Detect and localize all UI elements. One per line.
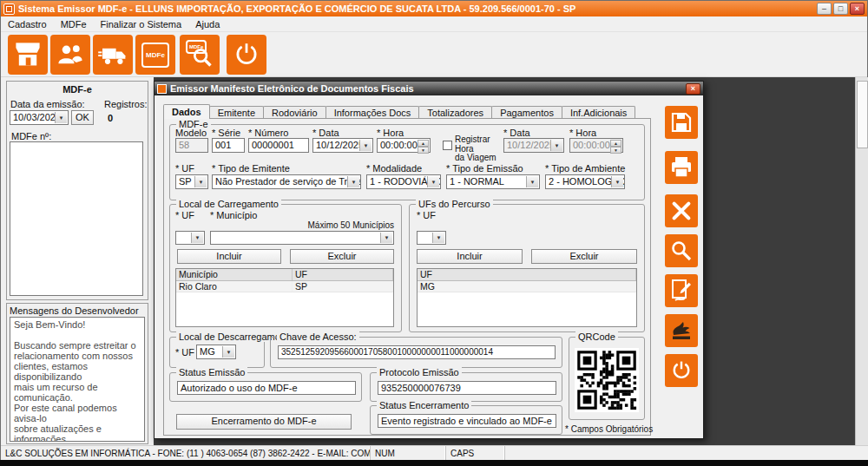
mdfe-search-icon (185, 40, 214, 69)
carregamento-incluir-button[interactable]: Incluir (177, 249, 281, 264)
percurso-excluir-button[interactable]: Excluir (531, 249, 637, 264)
mdfe-list-panel: MDF-e Data da emissão: Registros: 10/03/… (6, 81, 148, 300)
tab-inf-adicionais[interactable]: Inf.Adicionais (562, 106, 635, 118)
municipios-table[interactable]: Município UF Rio Claro SP (175, 268, 394, 327)
cancel-button[interactable] (665, 194, 698, 227)
main-toolbar: MDFe MDFe (1, 32, 867, 77)
menu-mdfe[interactable]: MDFe (54, 17, 94, 31)
tipo-emitente-combo[interactable]: Não Prestador de serviço de Trans▼ (212, 174, 361, 189)
hora-viagem-spinner: 00:00:00 ▲▼ (569, 138, 623, 153)
power-icon (233, 41, 260, 69)
x-icon (670, 200, 693, 222)
tab-informacoes-docs[interactable]: Informações Docs (326, 106, 420, 118)
chave-groupbox: Chave de Acesso: 35251259209566000170580… (270, 337, 562, 368)
mdfe-number-listbox[interactable] (10, 141, 143, 296)
chave-title: Chave de Acesso: (277, 331, 359, 342)
status-encerramento-value: Evento registrado e vinculado ao MDF-e (378, 415, 556, 427)
hora-spinner[interactable]: 00:00:00 ▲▼ (377, 138, 431, 153)
numero-field[interactable]: 00000001 (248, 138, 309, 153)
dropdown-arrow-icon[interactable]: ▼ (347, 176, 359, 187)
dropdown-arrow-icon[interactable]: ▼ (222, 346, 234, 358)
spinner-arrows[interactable]: ▲▼ (418, 140, 429, 151)
dropdown-arrow-icon[interactable]: ▼ (194, 176, 207, 187)
percurso-uf-combo[interactable]: ▼ (417, 231, 446, 245)
tipo-emissao-combo[interactable]: 1 - NORMAL▼ (446, 174, 540, 189)
menu-ajuda[interactable]: Ajuda (188, 17, 227, 31)
registrar-hora-checkbox[interactable] (443, 141, 452, 150)
table-row[interactable]: Rio Claro SP (176, 281, 393, 292)
tab-dados[interactable]: Dados (163, 104, 210, 119)
print-button[interactable] (665, 151, 698, 184)
modalidade-combo[interactable]: 1 - RODOVIÁRIO▼ (366, 174, 441, 189)
carregamento-excluir-button[interactable]: Excluir (290, 249, 394, 264)
municipio-combo[interactable]: ▼ (210, 231, 394, 245)
descarregamento-uf-combo[interactable]: MG▼ (196, 345, 236, 359)
dropdown-arrow-icon[interactable]: ▼ (427, 176, 439, 187)
save-button[interactable] (665, 106, 698, 139)
uf-combo[interactable]: SP▼ (175, 174, 208, 189)
spinner-down-icon: ▼ (418, 147, 429, 154)
ok-button[interactable]: OK (71, 110, 94, 125)
close-button[interactable]: × (850, 3, 865, 15)
mdfe-document-button[interactable]: MDFe (135, 35, 175, 75)
tab-emitente[interactable]: Emitente (209, 106, 264, 118)
users-button[interactable] (50, 35, 90, 75)
close-editor-button[interactable] (665, 354, 698, 387)
child-close-button[interactable]: × (686, 83, 700, 95)
screen: Sistema Emissor MDF-e - ELLUNS IMPORTAÇÃ… (0, 0, 868, 466)
data-picker[interactable]: 10/12/2025▼ (312, 138, 373, 153)
exit-button[interactable] (227, 35, 266, 75)
search-icon (669, 239, 694, 263)
dropdown-arrow-icon[interactable]: ▼ (380, 233, 392, 243)
hora2-label: * Hora (569, 128, 596, 138)
statusbar-info: L&C SOLUÇÕES EM INFORMÁTICA - FONE: (11 … (1, 446, 371, 461)
taskbar-strip (0, 460, 868, 466)
data-emissao-label: Data da emissão: (10, 99, 85, 109)
tipo-emitente-value: Não Prestador de serviço de Trans (213, 175, 360, 187)
truck-button[interactable] (93, 35, 133, 75)
mdi-scrollbar[interactable] (855, 77, 868, 445)
carregamento-uf-combo[interactable]: ▼ (175, 231, 205, 245)
cell-municipio: Rio Claro (176, 281, 293, 292)
dropdown-arrow-icon[interactable]: ▼ (526, 176, 538, 187)
menu-cadastro[interactable]: Cadastro (1, 17, 54, 31)
dropdown-arrow-icon[interactable]: ▼ (359, 140, 372, 151)
mdfe-search-button[interactable]: MDFe (180, 35, 220, 75)
percurso-table[interactable]: UF MG (417, 268, 637, 327)
uf-label: * UF (175, 163, 194, 174)
stamp-button[interactable] (665, 314, 698, 347)
data-emissao-picker[interactable]: 10/03/2026 ▼ (10, 110, 69, 125)
dropdown-arrow-icon[interactable]: ▼ (611, 176, 623, 187)
campos-obrigatorios-label: * Campos Obrigatórios (565, 424, 653, 434)
sign-document-button[interactable] (665, 274, 698, 307)
serie-field[interactable]: 001 (212, 138, 245, 153)
mdi-area: Emissor Manifesto Eletrônico de Document… (154, 77, 855, 445)
tabstrip: Dados Emitente Rodoviário Informações Do… (163, 104, 635, 119)
percurso-incluir-button[interactable]: Incluir (417, 249, 523, 264)
tab-page-dados: MDF-e Modelo 58 * Série 001 * Número 000… (163, 118, 651, 436)
main-window: Sistema Emissor MDF-e - ELLUNS IMPORTAÇÃ… (0, 0, 868, 460)
tipo-ambiente-combo[interactable]: 2 - HOMOLOGAÇÃO▼ (545, 174, 625, 189)
carregamento-uf-label: * UF (175, 210, 194, 220)
table-header: UF (418, 269, 636, 281)
search-button[interactable] (665, 234, 698, 267)
tab-totalizadores[interactable]: Totalizadores (418, 106, 492, 118)
table-row[interactable]: MG (418, 281, 636, 292)
minimize-button[interactable]: – (817, 3, 832, 15)
scrollbar-thumb[interactable] (857, 81, 868, 148)
menu-finalizar[interactable]: Finalizar o Sistema (94, 17, 189, 31)
dropdown-arrow-icon[interactable]: ▼ (432, 233, 444, 243)
protocolo-value: 935250000076739 (378, 382, 556, 394)
encerramento-button[interactable]: Encerramento do MDF-e (176, 414, 352, 430)
chave-field[interactable]: 3525125920956600017058001000000001100000… (278, 345, 556, 359)
tab-pagamentos[interactable]: Pagamentos (491, 106, 562, 118)
power-icon (670, 359, 693, 382)
cell-uf: MG (418, 281, 636, 292)
store-button[interactable] (8, 35, 48, 75)
tab-rodoviario[interactable]: Rodoviário (263, 106, 326, 118)
dropdown-arrow-icon[interactable]: ▼ (191, 233, 203, 243)
maximize-button[interactable]: □ (833, 3, 848, 15)
modelo-value: 58 (176, 139, 207, 151)
dropdown-arrow-icon[interactable]: ▼ (55, 112, 67, 123)
main-titlebar: Sistema Emissor MDF-e - ELLUNS IMPORTAÇÃ… (1, 1, 867, 16)
